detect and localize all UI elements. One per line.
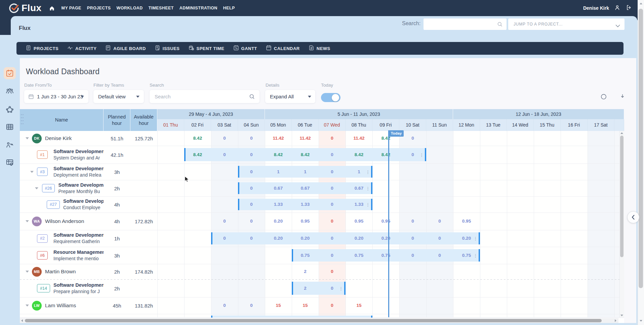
workload-cell-value[interactable]: 0 xyxy=(211,297,238,314)
task-title[interactable]: Software Developm xyxy=(58,182,104,188)
workload-cell-value[interactable]: 1 xyxy=(292,164,319,180)
tab-issues[interactable]: ISSUES xyxy=(155,45,180,52)
page-scroll-thumb[interactable] xyxy=(639,9,643,288)
workload-cell-value[interactable]: 0 xyxy=(211,131,238,146)
workload-cell-value[interactable]: 0 xyxy=(319,297,346,314)
person-name[interactable]: Wilson Anderson xyxy=(45,218,84,224)
nav-item-help[interactable]: HELP xyxy=(223,6,235,10)
tab-projects[interactable]: PROJECTS xyxy=(26,45,58,52)
task-title[interactable]: Software Developmen xyxy=(53,232,104,238)
workload-cell-value[interactable]: 2 xyxy=(292,279,319,297)
workload-cell-value[interactable]: 1.33 xyxy=(265,196,292,213)
issue-badge[interactable]: #6 xyxy=(37,251,48,260)
download-icon[interactable] xyxy=(619,93,626,101)
workload-cell-value[interactable]: 8.42 xyxy=(346,146,372,164)
scroll-right-arrow[interactable] xyxy=(615,319,616,322)
column-header-planned-hour[interactable]: Planned hour xyxy=(104,109,130,131)
nav-item-projects[interactable]: PROJECTS xyxy=(87,6,111,10)
details-select[interactable]: Expand All xyxy=(265,90,315,103)
workload-cell-value[interactable]: 0 xyxy=(319,230,346,247)
workload-cell-value[interactable]: 0 xyxy=(211,230,238,247)
user-icon[interactable] xyxy=(614,4,620,12)
task-title[interactable]: Resource Managemer xyxy=(53,249,104,255)
page-scroll-down-arrow[interactable] xyxy=(640,320,642,322)
sidebar-workload-calendar-icon[interactable] xyxy=(5,69,14,79)
today-toggle[interactable] xyxy=(321,93,340,102)
workload-cell-value[interactable]: 0 xyxy=(238,213,265,230)
workload-cell-value[interactable]: 0 xyxy=(319,279,346,297)
row-expand-caret[interactable] xyxy=(26,305,29,307)
logout-icon[interactable] xyxy=(626,4,632,12)
workload-cell-value[interactable]: 1 xyxy=(265,164,292,180)
grid-hscroll-thumb[interactable] xyxy=(25,319,602,322)
workload-cell-value[interactable]: 0.75 xyxy=(292,247,319,264)
date-range-picker[interactable]: 1 Jun 23 - 30 Jun 23 xyxy=(24,90,88,103)
workload-cell-value[interactable]: 15 xyxy=(346,297,372,314)
task-title[interactable]: Software Developmen xyxy=(53,166,104,171)
page-scroll-up-arrow[interactable] xyxy=(640,3,642,4)
task-bar[interactable] xyxy=(211,316,372,318)
workload-cell-value[interactable]: 15 xyxy=(292,297,319,314)
tab-activity[interactable]: ACTIVITY xyxy=(67,45,96,52)
workload-cell-value[interactable]: 0 xyxy=(319,213,346,230)
workload-cell-value[interactable]: 0.75 xyxy=(372,247,399,264)
row-expand-caret[interactable] xyxy=(26,271,29,273)
workload-cell-value[interactable]: 0.67 xyxy=(292,180,319,196)
column-header-name[interactable]: Name xyxy=(20,109,104,131)
workload-cell-value[interactable]: 1 xyxy=(346,164,372,180)
column-header-available-hour[interactable]: Available hour xyxy=(130,109,157,131)
workload-cell-value[interactable]: 8.42 xyxy=(372,146,399,164)
workload-cell-value[interactable]: 0 xyxy=(319,196,346,213)
row-expand-caret[interactable] xyxy=(26,220,29,222)
workload-cell-value[interactable]: 0 xyxy=(238,196,265,213)
person-name[interactable]: Denise Kirk xyxy=(45,135,72,141)
workload-cell-value[interactable]: 0 xyxy=(426,213,453,230)
person-name[interactable]: Lam Williams xyxy=(45,303,76,309)
workload-cell-value[interactable]: 8.42 xyxy=(292,146,319,164)
teams-filter-select[interactable]: Default view xyxy=(93,90,144,103)
nav-item-my-page[interactable]: MY PAGE xyxy=(62,6,81,10)
workload-cell-value[interactable]: 0 xyxy=(319,146,346,164)
home-icon[interactable] xyxy=(49,5,55,11)
workload-cell-value[interactable]: 0.95 xyxy=(346,213,372,230)
workload-cell-value[interactable]: 0 xyxy=(319,264,346,279)
sidebar-table-icon[interactable] xyxy=(5,123,14,133)
sidebar-settings-table-icon[interactable] xyxy=(5,158,14,168)
workload-cell-value[interactable]: 0 xyxy=(238,146,265,164)
issue-badge[interactable]: #14 xyxy=(37,284,50,292)
sidebar-teams-icon[interactable] xyxy=(5,87,14,97)
nav-item-administration[interactable]: ADMINISTRATION xyxy=(179,6,217,10)
tab-spent-time[interactable]: SPENT TIME xyxy=(189,45,225,52)
issue-badge[interactable]: #27 xyxy=(47,200,60,209)
workload-cell-value[interactable]: 0 xyxy=(399,146,426,164)
workload-cell-value[interactable]: 11.42 xyxy=(265,131,292,146)
flux-logo[interactable]: Flux xyxy=(9,3,42,13)
sidebar-performance-icon[interactable] xyxy=(5,140,14,150)
workload-cell-value[interactable]: 0 xyxy=(319,247,346,264)
nav-item-workload[interactable]: WORKLOAD xyxy=(116,6,143,10)
tab-gantt[interactable]: GANTT xyxy=(233,45,257,52)
workload-cell-value[interactable]: 0.20 xyxy=(292,230,319,247)
workload-cell-value[interactable]: 0.95 xyxy=(453,213,480,230)
row-expand-caret[interactable] xyxy=(26,137,29,139)
task-title[interactable]: Software Developmen xyxy=(53,149,104,154)
task-title[interactable]: Software Developmen xyxy=(53,282,104,288)
fullscreen-icon[interactable] xyxy=(582,93,589,101)
collapse-panel-button[interactable] xyxy=(627,211,639,223)
workload-cell-value[interactable]: 0.20 xyxy=(265,213,292,230)
workload-cell-value[interactable]: 0.75 xyxy=(346,247,372,264)
workload-cell-value[interactable]: 0 xyxy=(426,230,453,247)
workload-cell-value[interactable]: 0 xyxy=(399,230,426,247)
issue-badge[interactable]: #3 xyxy=(37,168,48,176)
scroll-down-arrow[interactable] xyxy=(620,315,623,316)
workload-cell-value[interactable]: 0.20 xyxy=(265,230,292,247)
issue-badge[interactable]: #2 xyxy=(37,234,48,243)
person-name[interactable]: Martin Brown xyxy=(45,269,76,275)
workload-cell-value[interactable]: 0.75 xyxy=(453,247,480,264)
workload-cell-value[interactable]: 0 xyxy=(319,180,346,196)
workload-cell-value[interactable]: 0.20 xyxy=(453,230,480,247)
workload-cell-value[interactable]: 8.42 xyxy=(265,146,292,164)
workload-cell-value[interactable]: 0 xyxy=(238,164,265,180)
tab-news[interactable]: NEWS xyxy=(309,45,330,52)
workload-cell-value[interactable]: 0.95 xyxy=(292,213,319,230)
